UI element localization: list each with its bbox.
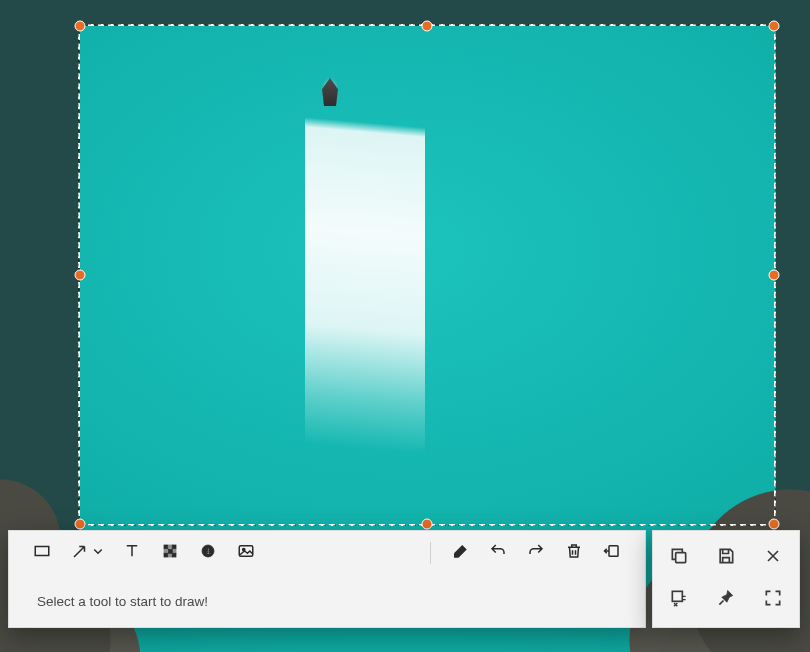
svg-text:1: 1: [206, 547, 211, 556]
fullscreen-icon: [763, 588, 783, 612]
image-icon: [237, 542, 255, 564]
rectangle-tool-button[interactable]: [27, 538, 57, 568]
svg-rect-15: [676, 553, 686, 563]
image-tool-button[interactable]: [231, 538, 261, 568]
arrow-icon: [71, 542, 89, 564]
svg-rect-5: [169, 550, 173, 554]
close-icon: [763, 546, 783, 570]
trash-icon: [565, 542, 583, 564]
pixelate-tool-button[interactable]: [155, 538, 185, 568]
copy-button[interactable]: [661, 540, 697, 576]
close-button[interactable]: [755, 540, 791, 576]
selection-rectangle[interactable]: [78, 24, 776, 526]
resize-handle-bottom-center[interactable]: [422, 519, 433, 530]
resize-handle-top-right[interactable]: [769, 21, 780, 32]
undo-icon: [489, 542, 507, 564]
action-row-1: [661, 538, 791, 578]
svg-rect-0: [35, 547, 49, 556]
action-row-2: [661, 580, 791, 620]
copy-icon: [669, 546, 689, 570]
svg-rect-14: [609, 546, 618, 557]
action-toolbar: [652, 530, 800, 628]
resize-handle-top-left[interactable]: [75, 21, 86, 32]
eraser-button[interactable]: [445, 538, 475, 568]
svg-rect-1: [164, 545, 168, 549]
svg-rect-2: [169, 545, 173, 549]
fullscreen-button[interactable]: [755, 582, 791, 618]
svg-rect-8: [169, 553, 173, 557]
resize-handle-top-center[interactable]: [422, 21, 433, 32]
save-icon: [716, 546, 736, 570]
toolbar-separator: [430, 542, 431, 564]
arrow-tool-button[interactable]: [65, 538, 109, 568]
rectangle-icon: [33, 542, 51, 564]
svg-rect-9: [172, 553, 176, 557]
svg-rect-3: [172, 545, 176, 549]
svg-rect-6: [172, 550, 176, 554]
counter-tool-button[interactable]: 1: [193, 538, 223, 568]
svg-rect-7: [164, 553, 168, 557]
svg-rect-4: [164, 550, 168, 554]
revert-icon: [603, 542, 621, 564]
options-button[interactable]: [661, 582, 697, 618]
text-icon: [123, 542, 141, 564]
svg-rect-16: [672, 591, 682, 601]
pixelate-icon: [161, 542, 179, 564]
resize-handle-bottom-right[interactable]: [769, 519, 780, 530]
main-toolbar: 1: [8, 530, 646, 628]
undo-button[interactable]: [483, 538, 513, 568]
counter-icon: 1: [199, 542, 217, 564]
redo-icon: [527, 542, 545, 564]
resize-handle-bottom-left[interactable]: [75, 519, 86, 530]
resize-handle-middle-right[interactable]: [769, 270, 780, 281]
resize-handle-middle-left[interactable]: [75, 270, 86, 281]
redo-button[interactable]: [521, 538, 551, 568]
pin-button[interactable]: [708, 582, 744, 618]
text-tool-button[interactable]: [117, 538, 147, 568]
hint-text: Select a tool to start to draw!: [37, 594, 208, 609]
options-icon: [669, 588, 689, 612]
delete-button[interactable]: [559, 538, 589, 568]
toolbar-row: 1: [9, 531, 645, 575]
revert-button[interactable]: [597, 538, 627, 568]
pin-icon: [716, 588, 736, 612]
arrow-tool-dropdown[interactable]: [91, 538, 105, 568]
chevron-down-icon: [89, 542, 107, 564]
eraser-icon: [451, 542, 469, 564]
save-button[interactable]: [708, 540, 744, 576]
